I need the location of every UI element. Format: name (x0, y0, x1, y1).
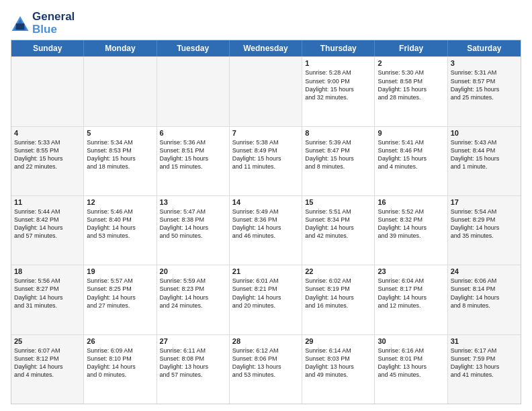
day-cell-13: 13Sunrise: 5:47 AM Sunset: 8:38 PM Dayli… (157, 196, 230, 265)
cell-info: Sunrise: 6:01 AM Sunset: 8:21 PM Dayligh… (232, 277, 299, 310)
day-number: 21 (232, 267, 299, 275)
day-number: 13 (160, 198, 226, 206)
cell-info: Sunrise: 5:28 AM Sunset: 9:00 PM Dayligh… (305, 68, 371, 101)
day-cell-28: 28Sunrise: 6:12 AM Sunset: 8:06 PM Dayli… (230, 335, 302, 404)
day-cell-10: 10Sunrise: 5:43 AM Sunset: 8:44 PM Dayli… (448, 127, 521, 195)
cell-info: Sunrise: 6:14 AM Sunset: 8:03 PM Dayligh… (305, 347, 371, 379)
day-number: 30 (378, 337, 444, 345)
cell-info: Sunrise: 5:31 AM Sunset: 8:57 PM Dayligh… (451, 68, 518, 101)
day-cell-3: 3Sunrise: 5:31 AM Sunset: 8:57 PM Daylig… (448, 57, 521, 126)
day-number: 14 (232, 198, 299, 206)
logo: General Blue (11, 11, 75, 36)
cell-info: Sunrise: 6:07 AM Sunset: 8:12 PM Dayligh… (14, 347, 81, 379)
day-number: 4 (14, 129, 81, 137)
cell-info: Sunrise: 6:04 AM Sunset: 8:17 PM Dayligh… (378, 277, 444, 310)
header-day-friday: Friday (375, 40, 447, 56)
day-number: 26 (87, 337, 153, 345)
header-day-monday: Monday (84, 40, 157, 56)
day-number: 3 (451, 59, 518, 67)
day-cell-29: 29Sunrise: 6:14 AM Sunset: 8:03 PM Dayli… (302, 335, 375, 404)
cell-info: Sunrise: 6:02 AM Sunset: 8:19 PM Dayligh… (305, 277, 371, 310)
day-cell-9: 9Sunrise: 5:41 AM Sunset: 8:46 PM Daylig… (375, 127, 447, 195)
cell-info: Sunrise: 5:47 AM Sunset: 8:38 PM Dayligh… (160, 208, 226, 240)
cell-info: Sunrise: 5:38 AM Sunset: 8:49 PM Dayligh… (232, 138, 299, 171)
day-number: 27 (160, 337, 226, 345)
day-cell-26: 26Sunrise: 6:09 AM Sunset: 8:10 PM Dayli… (84, 335, 157, 404)
day-cell-1: 1Sunrise: 5:28 AM Sunset: 9:00 PM Daylig… (302, 57, 375, 126)
day-number: 16 (378, 198, 444, 206)
cell-info: Sunrise: 6:12 AM Sunset: 8:06 PM Dayligh… (232, 347, 299, 379)
day-cell-19: 19Sunrise: 5:57 AM Sunset: 8:25 PM Dayli… (84, 265, 157, 334)
day-cell-22: 22Sunrise: 6:02 AM Sunset: 8:19 PM Dayli… (302, 265, 375, 334)
day-number: 19 (87, 267, 153, 275)
day-number: 9 (378, 129, 444, 137)
cell-info: Sunrise: 6:06 AM Sunset: 8:14 PM Dayligh… (451, 277, 518, 310)
day-cell-15: 15Sunrise: 5:51 AM Sunset: 8:34 PM Dayli… (302, 196, 375, 265)
day-cell-7: 7Sunrise: 5:38 AM Sunset: 8:49 PM Daylig… (230, 127, 302, 195)
day-cell-25: 25Sunrise: 6:07 AM Sunset: 8:12 PM Dayli… (11, 335, 84, 404)
cell-info: Sunrise: 5:39 AM Sunset: 8:47 PM Dayligh… (305, 138, 371, 171)
cell-info: Sunrise: 5:54 AM Sunset: 8:29 PM Dayligh… (451, 208, 518, 240)
day-cell-16: 16Sunrise: 5:52 AM Sunset: 8:32 PM Dayli… (375, 196, 447, 265)
logo-text: General Blue (32, 11, 75, 36)
calendar-body: 1Sunrise: 5:28 AM Sunset: 9:00 PM Daylig… (11, 56, 521, 404)
empty-cell (84, 57, 157, 126)
empty-cell (230, 57, 302, 126)
day-number: 6 (160, 129, 226, 137)
cell-info: Sunrise: 5:43 AM Sunset: 8:44 PM Dayligh… (451, 138, 518, 171)
day-number: 20 (160, 267, 226, 275)
day-number: 15 (305, 198, 371, 206)
cell-info: Sunrise: 6:17 AM Sunset: 7:59 PM Dayligh… (451, 347, 518, 379)
day-cell-17: 17Sunrise: 5:54 AM Sunset: 8:29 PM Dayli… (448, 196, 521, 265)
day-number: 1 (305, 59, 371, 67)
cell-info: Sunrise: 6:09 AM Sunset: 8:10 PM Dayligh… (87, 347, 153, 379)
day-cell-14: 14Sunrise: 5:49 AM Sunset: 8:36 PM Dayli… (230, 196, 302, 265)
header-day-tuesday: Tuesday (157, 40, 230, 56)
day-number: 24 (451, 267, 518, 275)
day-number: 8 (305, 129, 371, 137)
cell-info: Sunrise: 5:51 AM Sunset: 8:34 PM Dayligh… (305, 208, 371, 240)
day-cell-20: 20Sunrise: 5:59 AM Sunset: 8:23 PM Dayli… (157, 265, 230, 334)
week-row-2: 4Sunrise: 5:33 AM Sunset: 8:55 PM Daylig… (11, 126, 521, 195)
day-cell-5: 5Sunrise: 5:34 AM Sunset: 8:53 PM Daylig… (84, 127, 157, 195)
cell-info: Sunrise: 5:34 AM Sunset: 8:53 PM Dayligh… (87, 138, 153, 171)
week-row-1: 1Sunrise: 5:28 AM Sunset: 9:00 PM Daylig… (11, 56, 521, 126)
day-number: 11 (14, 198, 81, 206)
header-day-saturday: Saturday (448, 40, 521, 56)
calendar: SundayMondayTuesdayWednesdayThursdayFrid… (11, 40, 521, 404)
header-day-wednesday: Wednesday (230, 40, 302, 56)
day-number: 7 (232, 129, 299, 137)
cell-info: Sunrise: 5:49 AM Sunset: 8:36 PM Dayligh… (232, 208, 299, 240)
day-cell-2: 2Sunrise: 5:30 AM Sunset: 8:58 PM Daylig… (375, 57, 447, 126)
cell-info: Sunrise: 5:56 AM Sunset: 8:27 PM Dayligh… (14, 277, 81, 310)
cell-info: Sunrise: 5:41 AM Sunset: 8:46 PM Dayligh… (378, 138, 444, 171)
day-cell-4: 4Sunrise: 5:33 AM Sunset: 8:55 PM Daylig… (11, 127, 84, 195)
svg-rect-2 (16, 24, 24, 30)
page: General Blue SundayMondayTuesdayWednesda… (0, 0, 532, 411)
cell-info: Sunrise: 5:57 AM Sunset: 8:25 PM Dayligh… (87, 277, 153, 310)
week-row-3: 11Sunrise: 5:44 AM Sunset: 8:42 PM Dayli… (11, 195, 521, 265)
day-number: 29 (305, 337, 371, 345)
cell-info: Sunrise: 6:11 AM Sunset: 8:08 PM Dayligh… (160, 347, 226, 379)
day-number: 10 (451, 129, 518, 137)
cell-info: Sunrise: 5:33 AM Sunset: 8:55 PM Dayligh… (14, 138, 81, 171)
day-cell-27: 27Sunrise: 6:11 AM Sunset: 8:08 PM Dayli… (157, 335, 230, 404)
cell-info: Sunrise: 6:16 AM Sunset: 8:01 PM Dayligh… (378, 347, 444, 379)
cell-info: Sunrise: 5:52 AM Sunset: 8:32 PM Dayligh… (378, 208, 444, 240)
day-cell-23: 23Sunrise: 6:04 AM Sunset: 8:17 PM Dayli… (375, 265, 447, 334)
day-number: 22 (305, 267, 371, 275)
cell-info: Sunrise: 5:36 AM Sunset: 8:51 PM Dayligh… (160, 138, 226, 171)
cell-info: Sunrise: 5:44 AM Sunset: 8:42 PM Dayligh… (14, 208, 81, 240)
day-number: 31 (451, 337, 518, 345)
day-number: 12 (87, 198, 153, 206)
week-row-5: 25Sunrise: 6:07 AM Sunset: 8:12 PM Dayli… (11, 334, 521, 404)
day-number: 18 (14, 267, 81, 275)
day-cell-6: 6Sunrise: 5:36 AM Sunset: 8:51 PM Daylig… (157, 127, 230, 195)
day-number: 28 (232, 337, 299, 345)
logo-icon (11, 14, 30, 33)
header-day-thursday: Thursday (302, 40, 375, 56)
day-cell-18: 18Sunrise: 5:56 AM Sunset: 8:27 PM Dayli… (11, 265, 84, 334)
header-day-sunday: Sunday (11, 40, 84, 56)
day-number: 17 (451, 198, 518, 206)
day-cell-11: 11Sunrise: 5:44 AM Sunset: 8:42 PM Dayli… (11, 196, 84, 265)
